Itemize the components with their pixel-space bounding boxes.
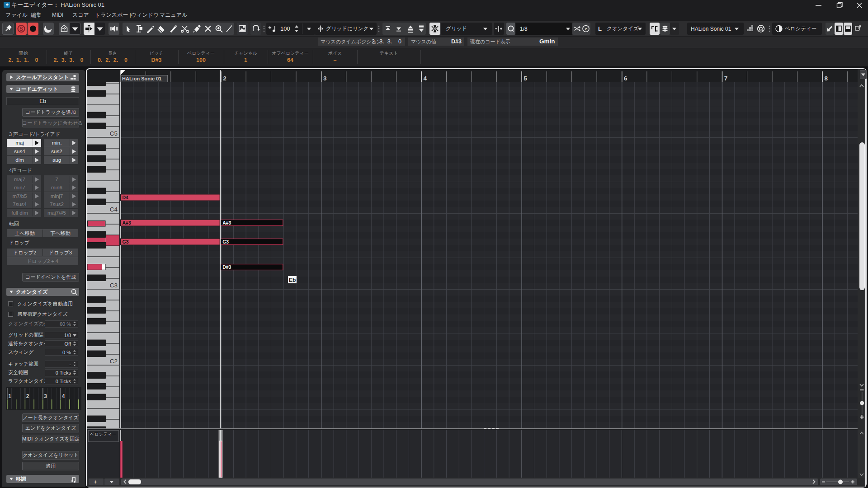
svg-text:4: 4	[62, 393, 65, 399]
svg-text:1: 1	[8, 393, 11, 399]
svg-text:C5: C5	[110, 130, 118, 137]
svg-text:C4: C4	[110, 206, 118, 213]
svg-text:2: 2	[223, 75, 226, 82]
svg-text:C3: C3	[110, 282, 118, 289]
svg-text:7: 7	[724, 75, 728, 82]
svg-text:D4: D4	[123, 195, 129, 200]
svg-text:8: 8	[824, 75, 828, 82]
svg-text:3: 3	[44, 393, 47, 399]
svg-text:e: e	[585, 26, 587, 31]
svg-text:A#3: A#3	[222, 220, 231, 225]
svg-text:Eb: Eb	[289, 277, 296, 283]
svg-text:6: 6	[624, 75, 627, 82]
svg-text:D#3: D#3	[222, 264, 231, 270]
svg-text:5: 5	[524, 75, 527, 82]
svg-text:3: 3	[323, 75, 327, 82]
svg-text:G3: G3	[222, 239, 229, 244]
svg-text:2: 2	[26, 393, 29, 399]
svg-text:S: S	[19, 26, 23, 32]
svg-text:C2: C2	[110, 358, 118, 365]
svg-text:A#3: A#3	[123, 220, 131, 225]
svg-text:4: 4	[424, 75, 427, 82]
svg-text:G3: G3	[123, 239, 129, 244]
